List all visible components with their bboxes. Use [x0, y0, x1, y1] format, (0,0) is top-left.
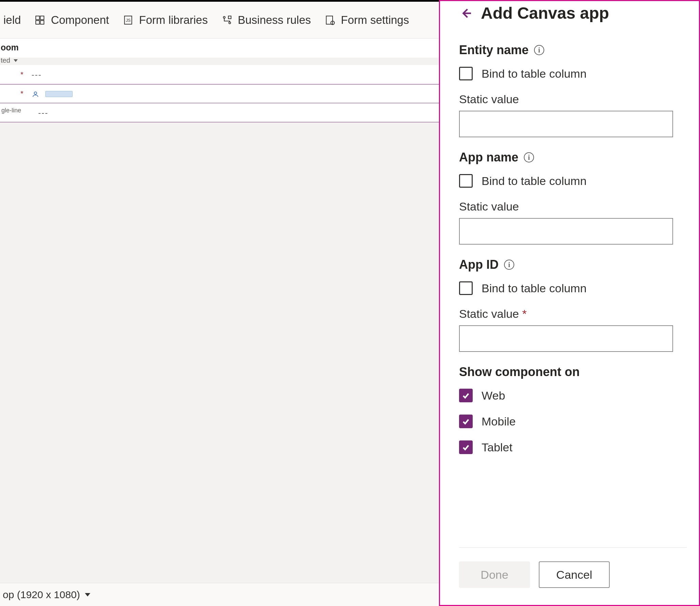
app-name-heading: App name i [459, 150, 687, 165]
form-gear-icon [324, 15, 335, 26]
svg-point-6 [223, 16, 225, 18]
svg-text:JS: JS [126, 18, 131, 23]
toolbar-component-label: Component [51, 14, 109, 27]
show-tablet-label: Tablet [482, 441, 513, 454]
panel-body: Entity name i Bind to table column Stati… [459, 29, 687, 547]
chevron-down-icon [85, 593, 90, 596]
app-name-label: App name [459, 150, 518, 165]
entity-name-heading: Entity name i [459, 43, 687, 57]
app-id-label: App ID [459, 258, 499, 272]
appid-bind-checkbox-row[interactable]: Bind to table column [459, 281, 687, 295]
breakpoint-selector[interactable]: op (1920 x 1080) [3, 589, 90, 601]
placeholder-dots: --- [38, 108, 48, 118]
form-subcaption-text: ted [1, 57, 10, 64]
checkbox-checked[interactable] [459, 389, 473, 402]
checkbox-checked[interactable] [459, 415, 473, 428]
js-file-icon: JS [123, 15, 134, 26]
flow-icon [222, 15, 232, 26]
info-icon[interactable]: i [524, 152, 534, 162]
show-tablet-row[interactable]: Tablet [459, 440, 687, 454]
show-web-label: Web [482, 389, 505, 402]
checkbox-unchecked[interactable] [459, 281, 473, 295]
toolbar-form-settings-label: Form settings [341, 14, 409, 27]
appid-static-value-input[interactable] [459, 325, 673, 352]
cancel-button[interactable]: Cancel [539, 561, 610, 588]
required-indicator: * [20, 89, 24, 98]
svg-rect-1 [41, 16, 44, 20]
entity-static-value-label: Static value [459, 93, 687, 106]
appid-static-value-label: Static value * [459, 307, 687, 321]
row-label-fragment: gle-line [1, 107, 21, 114]
appid-static-value-text: Static value [459, 307, 519, 320]
svg-point-7 [229, 22, 230, 24]
entity-name-label: Entity name [459, 43, 529, 57]
panel-title: Add Canvas app [481, 4, 609, 22]
entity-static-value-input[interactable] [459, 111, 673, 137]
appname-bind-checkbox-row[interactable]: Bind to table column [459, 174, 687, 188]
appname-static-value-input[interactable] [459, 218, 673, 245]
svg-point-11 [34, 92, 36, 94]
show-component-label: Show component on [459, 365, 580, 379]
required-indicator: * [20, 70, 24, 79]
chevron-down-icon [14, 59, 18, 62]
show-component-heading: Show component on [459, 365, 687, 379]
toolbar-business-rules[interactable]: Business rules [222, 14, 311, 27]
toolbar-field-label: ield [3, 14, 21, 27]
svg-rect-3 [41, 20, 44, 24]
svg-rect-8 [228, 16, 231, 19]
checkbox-unchecked[interactable] [459, 174, 473, 188]
appname-bind-label: Bind to table column [482, 174, 587, 188]
placeholder-dots: --- [32, 70, 42, 79]
owner-value-redacted [45, 91, 73, 97]
add-canvas-app-panel: Add Canvas app Entity name i Bind to tab… [439, 0, 700, 606]
toolbar-business-rules-label: Business rules [238, 14, 311, 27]
show-web-row[interactable]: Web [459, 389, 687, 402]
toolbar-form-settings[interactable]: Form settings [324, 14, 409, 27]
show-mobile-row[interactable]: Mobile [459, 415, 687, 428]
required-star: * [522, 307, 527, 320]
checkbox-checked[interactable] [459, 440, 473, 454]
breakpoint-label: op (1920 x 1080) [3, 589, 80, 601]
info-icon[interactable]: i [504, 260, 514, 270]
panel-header: Add Canvas app [459, 1, 687, 29]
svg-rect-0 [36, 16, 40, 20]
component-icon [34, 15, 45, 26]
toolbar-field[interactable]: ield [3, 14, 21, 27]
person-icon [32, 89, 39, 98]
appid-bind-label: Bind to table column [482, 282, 587, 295]
app-id-heading: App ID i [459, 258, 687, 272]
entity-bind-checkbox-row[interactable]: Bind to table column [459, 67, 687, 80]
toolbar-form-libraries[interactable]: JS Form libraries [123, 14, 208, 27]
panel-footer: Done Cancel [459, 547, 687, 605]
appname-static-value-label: Static value [459, 200, 687, 213]
checkbox-unchecked[interactable] [459, 67, 473, 80]
back-arrow-icon[interactable] [459, 6, 473, 20]
entity-bind-label: Bind to table column [482, 67, 587, 80]
toolbar-component[interactable]: Component [34, 14, 109, 27]
svg-rect-9 [326, 16, 333, 24]
done-button[interactable]: Done [459, 561, 530, 588]
info-icon[interactable]: i [534, 45, 544, 55]
svg-rect-2 [36, 20, 40, 24]
toolbar-form-libraries-label: Form libraries [139, 14, 208, 27]
show-mobile-label: Mobile [482, 415, 516, 428]
